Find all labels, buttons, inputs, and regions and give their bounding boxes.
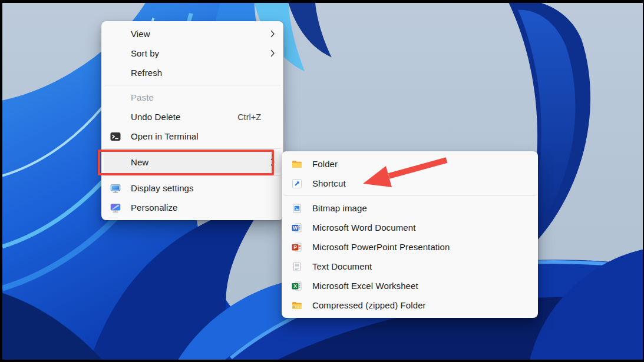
menu-item-label: Microsoft Excel Worksheet (312, 281, 529, 291)
menu-item-paste[interactable]: Paste (104, 88, 281, 107)
keyboard-shortcut: Ctrl+Z (237, 112, 261, 122)
icon-placeholder (110, 48, 121, 59)
menu-item-label: Refresh (131, 68, 269, 78)
menu-item-microsoft-word-document[interactable]: W Microsoft Word Document (284, 218, 536, 237)
terminal-icon (110, 131, 121, 142)
menu-item-microsoft-powerpoint-presentation[interactable]: P Microsoft PowerPoint Presentation (284, 237, 536, 257)
menu-item-label: Microsoft Word Document (312, 222, 529, 233)
menu-item-label: Bitmap image (312, 203, 529, 213)
excel-icon: X (291, 280, 303, 292)
menu-item-text-document[interactable]: Text Document (284, 257, 536, 276)
menu-item-label: Open in Terminal (131, 131, 269, 141)
icon-placeholder (110, 111, 121, 123)
menu-item-label: View (131, 29, 269, 39)
menu-item-open-in-terminal[interactable]: Open in Terminal (104, 127, 281, 146)
menu-item-refresh[interactable]: Refresh (104, 63, 281, 82)
menu-item-undo-delete[interactable]: Undo Delete Ctrl+Z (104, 107, 281, 127)
menu-item-personalize[interactable]: Personalize (104, 198, 281, 217)
svg-text:W: W (293, 225, 298, 231)
menu-item-compressed-zipped-folder[interactable]: Compressed (zipped) Folder (284, 295, 536, 315)
folder-icon (291, 158, 303, 170)
menu-separator (104, 148, 280, 149)
menu-item-sort-by[interactable]: Sort by (104, 44, 281, 63)
svg-text:X: X (293, 283, 297, 289)
chevron-right-icon (269, 158, 275, 166)
bitmap-image-icon (291, 202, 303, 214)
chevron-right-icon (269, 49, 275, 57)
menu-item-microsoft-excel-worksheet[interactable]: X Microsoft Excel Worksheet (284, 276, 536, 295)
menu-item-label: Compressed (zipped) Folder (312, 300, 529, 310)
menu-item-display-settings[interactable]: Display settings (104, 178, 281, 198)
menu-item-folder[interactable]: Folder (284, 154, 536, 174)
menu-item-new[interactable]: New (104, 151, 281, 173)
menu-separator (285, 195, 535, 196)
menu-item-label: Display settings (131, 183, 269, 193)
icon-placeholder (110, 67, 121, 79)
display-settings-icon (110, 182, 121, 194)
menu-item-shortcut[interactable]: Shortcut (284, 174, 536, 193)
menu-item-label: Undo Delete (131, 112, 237, 122)
menu-item-label: New (131, 157, 269, 167)
menu-item-bitmap-image[interactable]: Bitmap image (284, 198, 536, 218)
icon-placeholder (110, 28, 121, 40)
menu-item-label: Text Document (312, 261, 529, 271)
shortcut-icon (291, 178, 303, 190)
menu-item-label: Shortcut (312, 178, 529, 188)
menu-item-view[interactable]: View (104, 24, 281, 44)
menu-separator (104, 85, 280, 85)
personalize-icon (110, 202, 121, 214)
context-menu: View Sort by Refresh Paste Undo Delete C… (101, 21, 283, 220)
chevron-right-icon (269, 30, 275, 38)
menu-item-label: Sort by (131, 48, 269, 58)
svg-text:P: P (293, 244, 297, 250)
zip-folder-icon (291, 300, 303, 311)
text-document-icon (291, 261, 303, 273)
menu-item-label: Microsoft PowerPoint Presentation (312, 242, 529, 252)
menu-item-label: Paste (131, 92, 269, 102)
powerpoint-icon: P (291, 241, 303, 253)
icon-placeholder (110, 157, 121, 168)
icon-placeholder (110, 92, 121, 104)
menu-item-label: Personalize (131, 202, 269, 212)
menu-separator (104, 175, 280, 176)
word-icon: W (291, 222, 303, 234)
menu-item-label: Folder (312, 159, 529, 169)
new-submenu: Folder Shortcut Bitmap image W Microsoft… (282, 151, 538, 318)
